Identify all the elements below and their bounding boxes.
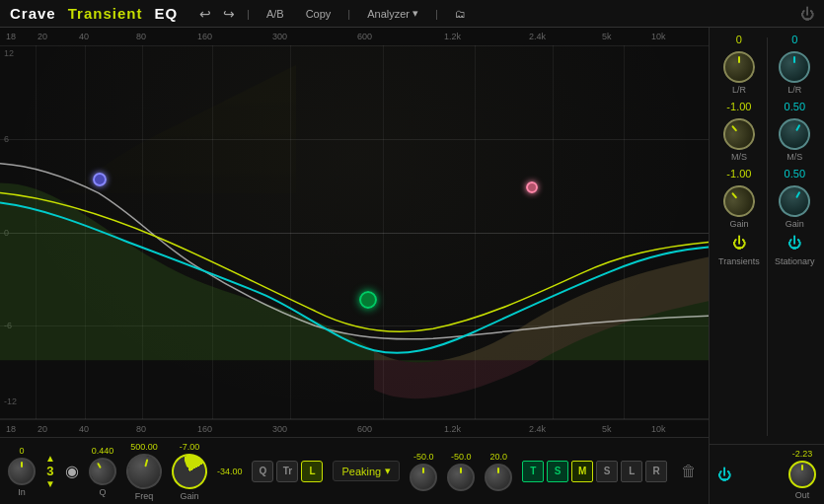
out-knob[interactable] xyxy=(788,461,816,488)
mode-q-button[interactable]: Q xyxy=(252,461,273,482)
ch-s2-button[interactable]: S xyxy=(596,461,618,482)
eq-node-2[interactable] xyxy=(359,291,377,309)
out-value: -2.23 xyxy=(792,449,813,459)
ch-l-button[interactable]: L xyxy=(621,461,642,482)
transient-lr-knob[interactable] xyxy=(723,51,755,83)
freq-knob[interactable] xyxy=(122,449,166,492)
gain-value: -7.00 xyxy=(180,442,200,452)
range2-value: -50.0 xyxy=(413,452,434,462)
folder-icon[interactable]: 🗂 xyxy=(450,6,471,22)
q-knob-wrap: 0.440 Q xyxy=(89,446,116,497)
range4-wrap: 20.0 xyxy=(485,452,512,491)
out-label: Out xyxy=(795,490,810,500)
range1-value: -34.00 xyxy=(217,467,243,476)
main-layout: 18 20 40 80 160 300 600 1.2k 2.4k 5k 10k xyxy=(0,28,824,504)
freq-label-300-bot: 300 xyxy=(272,424,287,434)
freq-value: 500.00 xyxy=(130,442,158,452)
transients-column: 0 L/R -1.00 M/S -1.00 Gain xyxy=(713,34,764,440)
freq-label-160-top: 160 xyxy=(197,32,212,41)
freq-ruler-bottom: 18 20 40 80 160 300 600 1.2k 2.4k 5k 10k xyxy=(0,419,709,437)
band-type-chevron-icon: ▾ xyxy=(385,465,391,477)
out-knob-wrap: -2.23 Out xyxy=(788,449,816,500)
ab-button[interactable]: A/B xyxy=(262,6,289,22)
delete-band-button[interactable]: 🗑 xyxy=(677,459,701,484)
app-title-crave: Crave xyxy=(10,5,56,22)
range3-knob[interactable] xyxy=(447,464,475,491)
transient-gain-knob-wrap: Gain xyxy=(723,185,755,229)
range2-knob[interactable] xyxy=(410,464,437,491)
freq-ruler-top: 18 20 40 80 160 300 600 1.2k 2.4k 5k 10k xyxy=(0,28,709,45)
freq-label-18-bot: 18 xyxy=(6,424,16,434)
transient-ms-label: M/S xyxy=(731,152,747,162)
transient-ms-knob[interactable] xyxy=(716,111,761,156)
separator3: | xyxy=(435,8,438,20)
mode-buttons: Q Tr L xyxy=(252,461,323,482)
freq-label-300-top: 300 xyxy=(272,32,287,41)
stationary-column: 0 L/R 0.50 M/S 0.50 Gain xyxy=(770,34,820,440)
stationary-gain-value: 0.50 xyxy=(785,168,805,180)
in-label: In xyxy=(18,487,26,497)
band-type-selector[interactable]: Peaking ▾ xyxy=(333,461,400,481)
stationary-col-title: Stationary xyxy=(775,256,815,266)
stationary-ms-knob[interactable] xyxy=(773,112,816,156)
app-title-transient: Transient xyxy=(68,5,143,22)
mode-l-button[interactable]: L xyxy=(301,461,323,482)
transient-ms-value: -1.00 xyxy=(726,101,751,112)
copy-button[interactable]: Copy xyxy=(301,6,337,22)
in-knob[interactable] xyxy=(8,458,36,485)
freq-label-20-bot: 20 xyxy=(37,424,47,434)
range3-wrap: -50.0 xyxy=(447,452,475,491)
transient-gain-knob[interactable] xyxy=(716,179,761,223)
stationary-ms-knob-wrap: M/S xyxy=(779,118,810,162)
band-number: 3 xyxy=(46,464,53,478)
stationary-gain-label: Gain xyxy=(786,219,804,229)
ch-t-button[interactable]: T xyxy=(522,461,544,482)
ch-r-button[interactable]: R xyxy=(645,461,667,482)
range4-value: 20.0 xyxy=(489,452,507,462)
redo-button[interactable]: ↪ xyxy=(223,6,235,22)
ch-m-button[interactable]: M xyxy=(571,461,593,482)
freq-label-160-bot: 160 xyxy=(197,424,212,434)
right-bottom: ⏻ -2.23 Out xyxy=(710,444,824,504)
range1-wrap: -34.00 xyxy=(217,467,243,476)
freq-label-40-top: 40 xyxy=(79,32,89,41)
freq-label-5k-bot: 5k xyxy=(602,424,612,434)
stationary-power-button[interactable]: ⏻ xyxy=(787,235,801,251)
mode-tr-button[interactable]: Tr xyxy=(276,461,298,482)
freq-label-10k-top: 10k xyxy=(651,32,666,41)
in-knob-wrap: 0 In xyxy=(8,446,36,497)
stationary-lr-value: 0 xyxy=(791,34,797,45)
gain-knob[interactable] xyxy=(167,448,212,493)
right-power-button[interactable]: ⏻ xyxy=(717,467,731,482)
transient-col-title: Transients xyxy=(718,256,760,266)
q-knob[interactable] xyxy=(84,452,121,489)
analyzer-chevron-icon: ▾ xyxy=(412,7,418,20)
transient-power-button[interactable]: ⏻ xyxy=(732,235,746,251)
right-columns: 0 L/R -1.00 M/S -1.00 Gain xyxy=(710,28,824,444)
range2-wrap: -50.0 xyxy=(410,452,437,491)
gain-knob-wrap: -7.00 Gain xyxy=(172,442,207,501)
transient-gain-label: Gain xyxy=(729,219,748,229)
eq-node-3[interactable] xyxy=(526,181,538,193)
listen-button[interactable]: ◉ xyxy=(65,462,79,480)
stationary-lr-knob-wrap: L/R xyxy=(779,51,810,95)
band-down-button[interactable]: ▼ xyxy=(45,478,55,489)
freq-label-2k4-bot: 2.4k xyxy=(529,424,546,434)
band-up-button[interactable]: ▲ xyxy=(45,453,55,464)
freq-label-1k2-top: 1.2k xyxy=(444,32,461,41)
channel-buttons: T S M S L R xyxy=(522,461,667,482)
eq-canvas[interactable]: 12 6 0 -6 -12 xyxy=(0,45,709,419)
ch-s-button[interactable]: S xyxy=(547,461,568,482)
separator2: | xyxy=(347,8,350,20)
power-button[interactable]: ⏻ xyxy=(800,6,814,22)
freq-label: Freq xyxy=(135,491,154,501)
stationary-gain-knob[interactable] xyxy=(773,180,816,223)
freq-label-80-bot: 80 xyxy=(136,424,146,434)
undo-button[interactable]: ↩ xyxy=(199,6,211,22)
range4-knob[interactable] xyxy=(485,464,512,491)
eq-node-1[interactable] xyxy=(93,173,107,186)
transient-ms-knob-wrap: M/S xyxy=(723,118,755,162)
analyzer-button[interactable]: Analyzer ▾ xyxy=(362,5,423,22)
stationary-lr-knob[interactable] xyxy=(779,51,810,83)
right-divider xyxy=(767,37,768,436)
